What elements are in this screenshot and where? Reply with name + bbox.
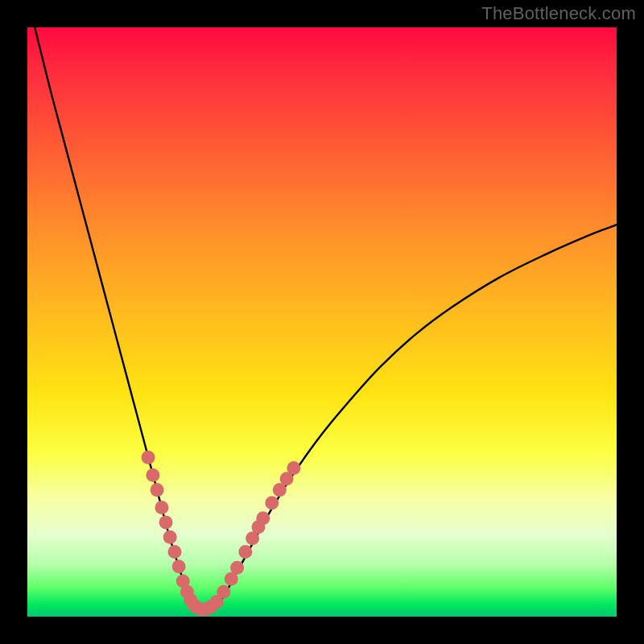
curve-marker: [155, 501, 168, 514]
curve-marker: [146, 469, 159, 482]
curve-marker: [151, 483, 164, 497]
chart-frame: TheBottleneck.com: [0, 0, 644, 644]
curve-marker: [287, 461, 300, 475]
curve-marker: [163, 530, 177, 544]
curve-markers: [142, 451, 301, 617]
curve-marker: [230, 561, 244, 575]
curve-marker: [159, 515, 173, 529]
curve-marker: [265, 496, 279, 510]
watermark-text: TheBottleneck.com: [481, 3, 636, 24]
curve-marker: [142, 451, 155, 464]
curve-marker: [256, 511, 270, 525]
bottleneck-curve: [27, 0, 617, 610]
plot-area: [27, 27, 617, 617]
chart-svg: [27, 27, 617, 617]
curve-marker: [217, 585, 230, 599]
curve-marker: [168, 545, 182, 559]
curve-marker: [238, 545, 252, 559]
curve-marker: [172, 559, 186, 573]
